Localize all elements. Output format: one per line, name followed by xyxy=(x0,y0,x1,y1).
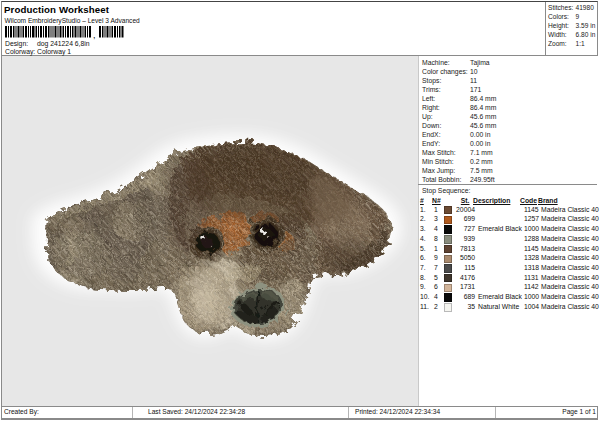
svg-text:,: , xyxy=(93,30,96,40)
